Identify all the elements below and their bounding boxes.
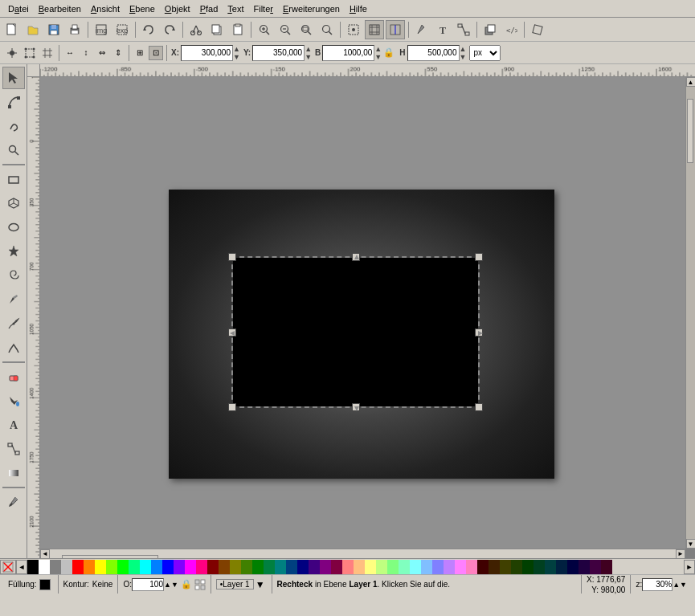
tool-ellipse[interactable]	[2, 216, 25, 239]
palette-color-swatch[interactable]	[455, 560, 466, 574]
palette-color-swatch[interactable]	[522, 560, 534, 574]
palette-color-swatch[interactable]	[117, 560, 129, 574]
palette-color-swatch[interactable]	[174, 560, 185, 574]
tool-fill[interactable]	[2, 390, 25, 412]
tool-pen[interactable]	[2, 312, 25, 335]
palette-color-swatch[interactable]	[151, 560, 162, 574]
palette-color-swatch[interactable]	[297, 560, 309, 574]
tool-dropper[interactable]	[2, 491, 25, 513]
tool-connector[interactable]	[2, 438, 25, 460]
zoom-fit-button[interactable]	[296, 20, 316, 39]
x-input[interactable]	[181, 45, 233, 61]
tool-pencil[interactable]	[2, 288, 25, 311]
snap-c[interactable]: ⇔	[95, 46, 109, 60]
tool-star[interactable]	[2, 240, 25, 263]
menu-erweiterungen[interactable]: Erweiterungen	[278, 2, 345, 15]
zoom-input[interactable]	[642, 578, 673, 591]
tool-gradient[interactable]	[2, 462, 25, 484]
palette-color-swatch[interactable]	[185, 560, 196, 574]
document-page[interactable]	[169, 190, 554, 479]
palette-color-swatch[interactable]	[556, 560, 567, 574]
palette-color-swatch[interactable]	[50, 560, 61, 574]
palette-color-swatch[interactable]	[95, 560, 106, 574]
pencil-tool-btn[interactable]	[412, 20, 431, 39]
zoom-in-button[interactable]	[255, 20, 274, 39]
snap-d[interactable]: ⇕	[111, 46, 125, 60]
snap-nodes-btn[interactable]	[4, 45, 20, 61]
palette-color-swatch[interactable]	[477, 560, 489, 574]
tool-eraser[interactable]	[2, 365, 25, 388]
snap-grid-btn[interactable]	[39, 45, 55, 61]
copy-button[interactable]	[207, 20, 227, 39]
hscroll-left[interactable]: ◄	[40, 549, 50, 559]
menu-filter[interactable]: Filter	[248, 2, 277, 15]
palette-color-swatch[interactable]	[601, 560, 612, 574]
menu-objekt[interactable]: Objekt	[160, 2, 195, 15]
menu-hilfe[interactable]: Hilfe	[345, 2, 372, 15]
cut-button[interactable]	[186, 20, 206, 39]
grid-toggle[interactable]	[365, 20, 384, 39]
palette-color-swatch[interactable]	[342, 560, 354, 574]
menu-bearbeiten[interactable]: Bearbeiten	[34, 2, 86, 15]
palette-color-swatch[interactable]	[466, 560, 477, 574]
tool-rect[interactable]	[2, 168, 25, 190]
vscroll-down[interactable]: ▼	[686, 539, 696, 549]
palette-color-swatch[interactable]	[590, 560, 601, 574]
palette-none[interactable]	[0, 560, 16, 574]
palette-color-swatch[interactable]	[320, 560, 331, 574]
palette-color-swatch[interactable]	[489, 560, 500, 574]
palette-color-swatch[interactable]	[275, 560, 286, 574]
vscroll-up[interactable]: ▲	[686, 77, 696, 87]
export-button[interactable]: exp	[112, 20, 132, 39]
snap-bbox-btn[interactable]	[22, 45, 38, 61]
tool-selector[interactable]	[2, 67, 25, 89]
opacity-input[interactable]	[132, 578, 164, 591]
palette-color-swatch[interactable]	[567, 560, 578, 574]
palette-color-swatch[interactable]	[331, 560, 342, 574]
transform-btn[interactable]	[528, 20, 547, 39]
palette-color-swatch[interactable]	[444, 560, 455, 574]
tool-text[interactable]: A	[2, 414, 25, 436]
b-input[interactable]	[322, 45, 374, 61]
palette-color-swatch[interactable]	[72, 560, 84, 574]
snap-b[interactable]: ↕	[79, 46, 93, 60]
opacity-spinner[interactable]: ▲▼	[164, 581, 178, 589]
selected-rectangle[interactable]	[233, 258, 478, 406]
palette-color-swatch[interactable]	[534, 560, 545, 574]
palette-color-swatch[interactable]	[286, 560, 297, 574]
tool-tweak[interactable]	[2, 115, 25, 137]
v-scrollbar[interactable]: ▲ ▼	[685, 77, 695, 549]
layer-badge[interactable]: •Layer 1	[216, 579, 254, 589]
menu-ebene[interactable]: Ebene	[125, 2, 160, 15]
zoom-spinner[interactable]: ▲▼	[673, 581, 687, 589]
palette-color-swatch[interactable]	[365, 560, 376, 574]
snap-e[interactable]: ⊞	[133, 46, 147, 60]
zoom-out-button[interactable]	[276, 20, 295, 39]
canvas-inner[interactable]	[40, 77, 685, 549]
palette-color-swatch[interactable]	[162, 560, 174, 574]
palette-color-swatch[interactable]	[410, 560, 421, 574]
palette-color-swatch[interactable]	[39, 560, 50, 574]
redo-button[interactable]	[160, 20, 179, 39]
h-scrollbar[interactable]: ◄ ►	[40, 549, 685, 558]
menu-text[interactable]: Text	[223, 2, 248, 15]
lock-btn[interactable]: 🔒	[181, 579, 192, 589]
canvas-scroll[interactable]	[40, 77, 685, 549]
tool-3dbox[interactable]	[2, 192, 25, 214]
print-button[interactable]	[65, 20, 84, 39]
menu-datei[interactable]: Datei	[3, 2, 34, 15]
fill-swatch[interactable]	[39, 579, 51, 590]
palette-color-swatch[interactable]	[252, 560, 264, 574]
tool-zoom[interactable]	[2, 139, 25, 161]
connector-btn[interactable]	[454, 20, 473, 39]
palette-color-swatch[interactable]	[219, 560, 230, 574]
open-button[interactable]	[23, 20, 43, 39]
palette-color-swatch[interactable]	[207, 560, 219, 574]
tool-spiral[interactable]	[2, 264, 25, 287]
palette-color-swatch[interactable]	[376, 560, 387, 574]
palette-color-swatch[interactable]	[129, 560, 140, 574]
undo-button[interactable]	[139, 20, 158, 39]
palette-color-swatch[interactable]	[432, 560, 444, 574]
vscroll-track[interactable]	[686, 87, 695, 539]
palette-scroll-right[interactable]: ►	[684, 560, 695, 574]
